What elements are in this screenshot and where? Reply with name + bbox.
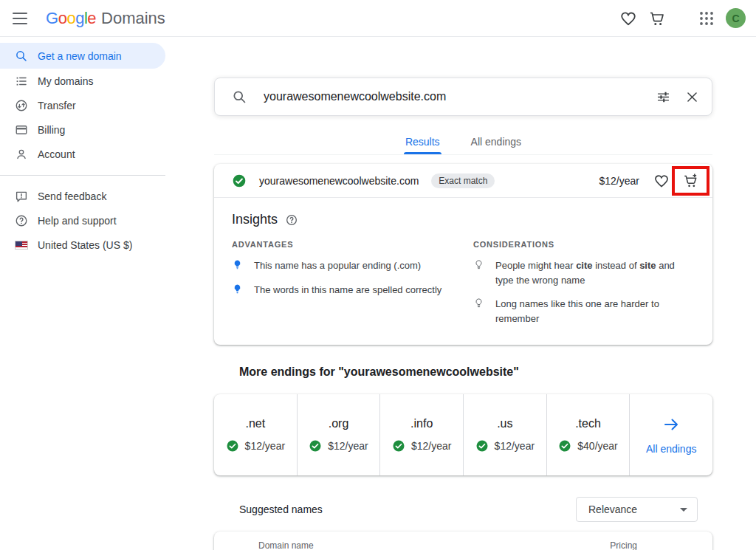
ending-tech[interactable]: .tech $40/year xyxy=(547,394,630,475)
ending-org[interactable]: .org $12/year xyxy=(298,394,381,475)
add-to-cart-highlight[interactable] xyxy=(672,166,709,196)
add-shopping-cart-icon xyxy=(683,173,699,189)
favorites-button[interactable] xyxy=(619,10,637,27)
menu-icon[interactable] xyxy=(13,10,30,27)
apps-grid-icon xyxy=(698,10,715,27)
logo-letter: g xyxy=(75,9,84,28)
advantage-item: This name has a popular ending (.com) xyxy=(232,258,455,273)
ending-info[interactable]: .info $12/year xyxy=(380,394,464,475)
sort-dropdown[interactable]: Relevance xyxy=(576,497,698,522)
cart-icon xyxy=(648,10,666,27)
list-icon xyxy=(15,75,28,88)
lightbulb-outline-icon xyxy=(473,298,484,309)
consideration-item: Long names like this one are harder to r… xyxy=(473,297,695,326)
lightbulb-icon xyxy=(232,259,243,270)
help-icon xyxy=(15,214,28,227)
advantages-column: ADVANTAGES This name has a popular endin… xyxy=(232,240,455,326)
tld-label: .info xyxy=(410,417,433,430)
sidebar-divider xyxy=(0,175,165,176)
sidebar-item-label: United States (US $) xyxy=(38,239,132,251)
search-input[interactable] xyxy=(264,90,656,103)
available-check-icon xyxy=(226,439,239,453)
all-endings-link[interactable]: All endings xyxy=(630,394,712,475)
sidebar-item-label: Help and support xyxy=(38,215,117,227)
sidebar-item-label: My domains xyxy=(38,75,93,87)
search-icon xyxy=(232,89,247,105)
ending-net[interactable]: .net $12/year xyxy=(214,394,298,475)
available-check-icon xyxy=(309,439,322,453)
sidebar-item-account[interactable]: Account xyxy=(0,142,165,166)
logo-letter: o xyxy=(58,9,67,28)
ending-us[interactable]: .us $12/year xyxy=(464,394,547,475)
result-domain-name: yourawesomenewcoolwebsite.com xyxy=(259,175,419,187)
result-row: yourawesomenewcoolwebsite.com Exact matc… xyxy=(214,164,712,198)
arrow-right-icon xyxy=(662,416,680,433)
google-domains-logo[interactable]: Google Domains xyxy=(46,9,165,28)
credit-card-icon xyxy=(15,123,28,137)
suggested-names-header: Suggested names Relevance xyxy=(214,497,712,522)
chevron-down-icon xyxy=(680,508,687,512)
logo-letter: e xyxy=(87,9,96,28)
tld-price: $12/year xyxy=(328,440,368,452)
tld-price: $12/year xyxy=(495,440,535,452)
insights-title: Insights xyxy=(232,212,278,227)
sort-dropdown-value: Relevance xyxy=(588,503,637,515)
column-header-pricing: Pricing xyxy=(610,540,637,550)
available-check-icon xyxy=(392,439,405,453)
heart-icon xyxy=(619,10,637,27)
domain-search-box xyxy=(214,78,712,116)
person-icon xyxy=(15,148,28,161)
sidebar-item-transfer[interactable]: Transfer xyxy=(0,93,165,117)
more-endings-card: .net $12/year .org $12/year .info $12/ye… xyxy=(214,394,712,475)
heart-icon xyxy=(653,173,670,189)
sidebar-item-my-domains[interactable]: My domains xyxy=(0,69,165,93)
suggested-names-title: Suggested names xyxy=(239,503,323,515)
tab-all-endings[interactable]: All endings xyxy=(470,129,523,154)
clear-search-icon[interactable] xyxy=(685,90,699,104)
tld-label: .tech xyxy=(575,417,601,430)
filter-tune-icon[interactable] xyxy=(656,89,671,105)
tld-label: .us xyxy=(497,417,512,430)
help-icon[interactable] xyxy=(286,214,298,226)
advantage-text: This name has a popular ending (.com) xyxy=(254,258,421,273)
sidebar-item-region-currency[interactable]: United States (US $) xyxy=(0,233,165,257)
available-check-icon xyxy=(232,173,247,188)
more-endings-heading: More endings for "yourawesomenewcoolwebs… xyxy=(214,365,712,379)
sidebar-item-label: Send feedback xyxy=(38,190,106,202)
topbar: Google Domains C xyxy=(0,0,756,37)
favorite-domain-button[interactable] xyxy=(653,173,670,189)
us-flag-icon xyxy=(15,238,28,252)
logo-product-name: Domains xyxy=(101,9,165,28)
sidebar-item-send-feedback[interactable]: Send feedback xyxy=(0,184,165,208)
sidebar-item-label: Transfer xyxy=(38,100,76,111)
logo-letter: o xyxy=(66,9,75,28)
advantage-item: The words in this name are spelled corre… xyxy=(232,283,455,298)
sidebar-item-get-a-new-domain[interactable]: Get a new domain xyxy=(0,43,165,69)
avatar[interactable]: C xyxy=(726,8,746,28)
exact-match-card: yourawesomenewcoolwebsite.com Exact matc… xyxy=(214,164,712,345)
insights-section: Insights ADVANTAGES This name has a popu… xyxy=(214,198,712,345)
google-domains-page: Google Domains C Get a new domain xyxy=(0,0,756,550)
table-header: Domain name Pricing xyxy=(214,532,712,550)
sidebar-item-billing[interactable]: Billing xyxy=(0,117,165,142)
topbar-actions: C xyxy=(619,8,756,28)
lightbulb-icon xyxy=(232,283,243,295)
sidebar-item-help-and-support[interactable]: Help and support xyxy=(0,208,165,233)
consideration-item: People might hear cite instead of site a… xyxy=(473,258,695,287)
sidebar-item-label: Billing xyxy=(38,124,65,136)
tld-price: $12/year xyxy=(411,440,451,452)
advantages-label: ADVANTAGES xyxy=(232,240,455,249)
tld-label: .org xyxy=(329,417,349,430)
tld-price: $40/year xyxy=(577,440,617,452)
main-content: Results All endings yourawesomenewcoolwe… xyxy=(214,37,712,550)
tab-results[interactable]: Results xyxy=(404,129,441,154)
search-icon xyxy=(15,49,28,63)
apps-grid-button[interactable] xyxy=(698,10,715,27)
considerations-label: CONSIDERATIONS xyxy=(473,240,695,249)
cart-button[interactable] xyxy=(648,10,666,27)
column-header-domain: Domain name xyxy=(258,540,314,550)
available-check-icon xyxy=(558,439,571,453)
transfer-icon xyxy=(15,99,28,112)
available-check-icon xyxy=(475,439,489,453)
exact-match-badge: Exact match xyxy=(431,173,495,188)
